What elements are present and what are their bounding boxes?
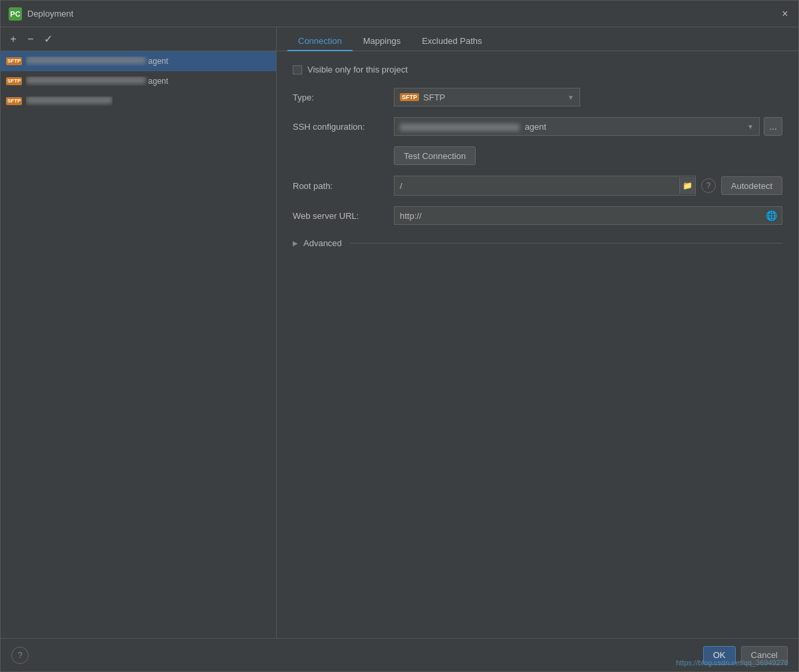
- server-list: SFTP agent SFTP agent: [1, 51, 276, 638]
- type-select-arrow: ▼: [567, 94, 574, 101]
- server-item-2[interactable]: SFTP agent: [1, 71, 276, 91]
- apply-button[interactable]: ✓: [41, 32, 55, 47]
- global-help-button[interactable]: ?: [11, 647, 29, 664]
- root-path-help-icon[interactable]: ?: [701, 178, 716, 193]
- root-path-row: Root path: 📁 ? Autodetect: [293, 176, 782, 196]
- ssh-label: SSH configuration:: [293, 122, 386, 132]
- server-item-3[interactable]: SFTP: [1, 91, 276, 111]
- connection-panel: Visible only for this project Type: SFTP…: [277, 51, 798, 638]
- web-url-label: Web server URL:: [293, 211, 386, 221]
- ssh-select-group: agent ▼ ...: [394, 117, 782, 136]
- ssh-more-button[interactable]: ...: [764, 117, 782, 136]
- main-content: + − ✓ SFTP agent: [1, 27, 798, 638]
- test-connection-row: Test Connection: [293, 146, 782, 165]
- advanced-label: Advanced: [303, 238, 342, 248]
- deployment-dialog: PC Deployment × + − ✓ SFTP: [0, 0, 799, 672]
- visible-only-row: Visible only for this project: [293, 65, 782, 75]
- sidebar: + − ✓ SFTP agent: [1, 27, 277, 638]
- root-path-label: Root path:: [293, 181, 386, 191]
- visible-only-checkbox[interactable]: [293, 65, 302, 75]
- remove-server-button[interactable]: −: [23, 32, 38, 47]
- titlebar: PC Deployment ×: [1, 1, 798, 27]
- sftp-icon-1: SFTP: [6, 57, 22, 65]
- autodetect-button[interactable]: Autodetect: [721, 176, 782, 195]
- type-row: Type: SFTP SFTP ▼: [293, 88, 782, 106]
- sftp-icon-2: SFTP: [6, 77, 22, 85]
- sftp-badge-type: SFTP: [400, 93, 419, 101]
- web-url-group: 🌐: [394, 206, 782, 225]
- web-url-row: Web server URL: 🌐: [293, 206, 782, 225]
- root-path-input[interactable]: [395, 176, 679, 195]
- watermark: https://blog.csdn.net/qq_36949278: [676, 659, 788, 667]
- ssh-select[interactable]: agent ▼: [394, 117, 760, 136]
- ssh-select-value: agent: [400, 122, 546, 132]
- titlebar-left: PC Deployment: [9, 7, 73, 21]
- server-name-1: agent: [26, 57, 168, 66]
- app-icon: PC: [9, 7, 22, 21]
- server-name-3: [26, 96, 112, 106]
- web-url-input[interactable]: [394, 206, 782, 225]
- globe-icon: 🌐: [766, 210, 777, 221]
- server-item-1[interactable]: SFTP agent: [1, 51, 276, 71]
- type-label: Type:: [293, 92, 386, 102]
- right-panel: Connection Mappings Excluded Paths Visib…: [277, 27, 798, 638]
- test-connection-button[interactable]: Test Connection: [394, 146, 476, 165]
- type-select[interactable]: SFTP SFTP ▼: [394, 88, 580, 106]
- browse-folder-button[interactable]: 📁: [679, 177, 695, 194]
- tab-connection[interactable]: Connection: [287, 32, 353, 51]
- close-button[interactable]: ×: [780, 9, 790, 19]
- add-server-button[interactable]: +: [6, 32, 21, 47]
- tab-excluded-paths[interactable]: Excluded Paths: [411, 32, 492, 51]
- type-value: SFTP: [423, 92, 445, 102]
- advanced-header[interactable]: ▶ Advanced: [293, 236, 782, 251]
- sftp-icon-3: SFTP: [6, 97, 22, 105]
- ssh-select-arrow: ▼: [747, 123, 754, 130]
- ssh-row: SSH configuration: agent ▼ ...: [293, 117, 782, 136]
- advanced-section: ▶ Advanced: [293, 236, 782, 251]
- toolbar: + − ✓: [1, 27, 276, 51]
- dialog-title: Deployment: [27, 9, 73, 19]
- tabs: Connection Mappings Excluded Paths: [277, 27, 798, 51]
- advanced-triangle-icon: ▶: [293, 240, 298, 247]
- advanced-divider: [350, 243, 782, 244]
- root-path-group: 📁 ? Autodetect: [394, 176, 782, 196]
- server-name-2: agent: [26, 77, 168, 86]
- visible-only-label: Visible only for this project: [307, 65, 408, 75]
- tab-mappings[interactable]: Mappings: [353, 32, 411, 51]
